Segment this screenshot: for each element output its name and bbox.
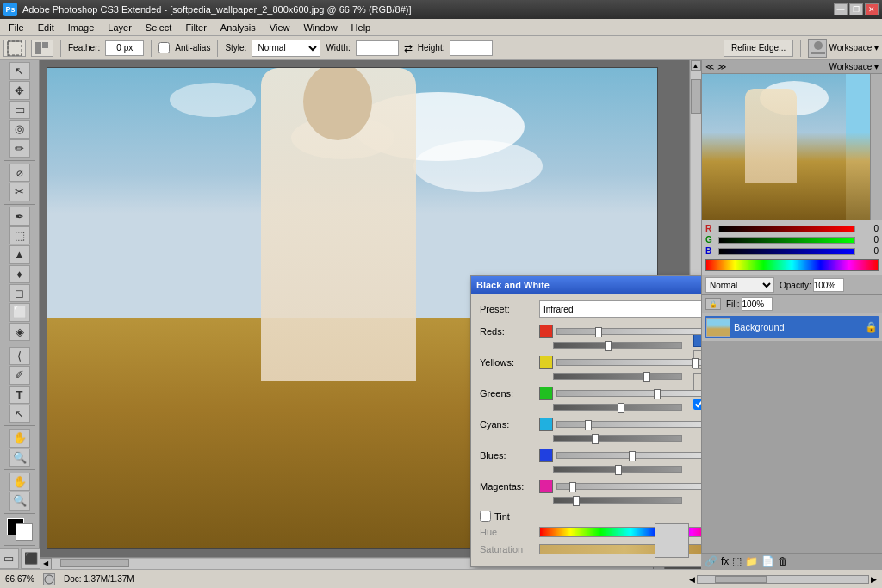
layer-lock-btns[interactable]: 🔒: [705, 298, 721, 310]
scroll-right-bottom[interactable]: ▶: [871, 575, 877, 584]
style-select[interactable]: Normal Fixed Ratio Fixed Size: [252, 40, 320, 57]
tool-notes[interactable]: ✋: [9, 429, 30, 447]
menu-analysis[interactable]: Analysis: [215, 22, 261, 34]
magentas-thumb[interactable]: [569, 482, 576, 492]
feather-input[interactable]: [105, 40, 144, 56]
tool-eyedropper[interactable]: 🔍: [9, 449, 30, 467]
menu-edit[interactable]: Edit: [33, 22, 59, 34]
reds-sub-slider[interactable]: [553, 342, 682, 349]
background-color[interactable]: [16, 523, 33, 541]
blues-sub-slider[interactable]: [553, 466, 682, 473]
blues-thumb[interactable]: [629, 451, 636, 461]
menu-layer[interactable]: Layer: [102, 22, 137, 34]
panel-collapse-btn[interactable]: ≪ ≫: [705, 62, 726, 71]
tool-brush[interactable]: ⬚: [9, 226, 30, 244]
new-layer-btn[interactable]: 📄: [761, 555, 774, 567]
anti-alias-checkbox[interactable]: [158, 42, 170, 53]
blend-mode-select[interactable]: Normal Multiply Screen: [705, 277, 774, 293]
magentas-sub-thumb[interactable]: [573, 496, 580, 506]
link-layers-btn[interactable]: 🔗: [705, 555, 717, 567]
swap-icon[interactable]: ⇄: [404, 42, 413, 54]
scroll-left-bottom[interactable]: ◀: [689, 575, 695, 584]
menu-select[interactable]: Select: [140, 22, 177, 34]
tint-color-picker[interactable]: [655, 523, 689, 558]
scroll-thumb-h[interactable]: [60, 559, 129, 567]
workspace-icon[interactable]: [808, 39, 827, 58]
menu-filter[interactable]: Filter: [180, 22, 211, 34]
tool-slice[interactable]: ✂: [9, 183, 30, 201]
add-mask-btn[interactable]: ⬚: [732, 555, 742, 567]
tint-checkbox[interactable]: [480, 511, 491, 522]
cyans-sub-thumb[interactable]: [592, 434, 599, 444]
add-style-btn[interactable]: fx: [721, 555, 729, 567]
restore-button[interactable]: ❐: [849, 3, 863, 15]
blues-sub-thumb[interactable]: [615, 465, 622, 475]
scroll-left-btn[interactable]: ◀: [40, 558, 52, 570]
cyans-thumb[interactable]: [585, 420, 592, 430]
yellows-sub-slider[interactable]: [553, 373, 682, 380]
h-scroll-thumb-bottom[interactable]: [715, 576, 767, 583]
tool-hand[interactable]: ✋: [9, 473, 30, 491]
title-bar-controls[interactable]: — ❐ ✕: [834, 3, 879, 15]
menu-help[interactable]: Help: [346, 22, 376, 34]
width-input[interactable]: [356, 40, 399, 56]
fill-input[interactable]: [742, 297, 773, 311]
tool-shape[interactable]: ↖: [9, 405, 30, 423]
mini-preview-scroll[interactable]: [870, 74, 882, 220]
tool-healing[interactable]: ✒: [9, 207, 30, 225]
tool-type[interactable]: T: [9, 386, 30, 404]
reds-thumb[interactable]: [595, 327, 602, 337]
height-input[interactable]: [450, 40, 493, 56]
tool-blur[interactable]: ◈: [9, 323, 30, 341]
workspace-label[interactable]: Workspace ▾: [829, 43, 879, 53]
tool-clone[interactable]: ▲: [9, 245, 30, 263]
preview-checkbox[interactable]: [693, 399, 701, 410]
color-swatch-area[interactable]: [7, 518, 33, 541]
tool-pen[interactable]: ✐: [9, 366, 30, 384]
tool-gradient[interactable]: ⬜: [9, 303, 30, 321]
tool-crop[interactable]: ⌀: [9, 164, 30, 182]
magentas-slider[interactable]: [556, 480, 701, 492]
greens-sub-thumb[interactable]: [618, 403, 624, 413]
tool-magic-wand[interactable]: ✏: [9, 139, 30, 158]
tool-eraser[interactable]: ◻: [9, 284, 30, 302]
menu-image[interactable]: Image: [63, 22, 100, 34]
reds-sub-thumb[interactable]: [605, 341, 612, 351]
tool-dodge[interactable]: ⟨: [9, 347, 30, 365]
refine-edge-button[interactable]: Refine Edge...: [724, 40, 793, 57]
tool-move[interactable]: ↖: [9, 62, 30, 80]
color-spectrum[interactable]: [705, 259, 879, 271]
magentas-sub-slider[interactable]: [553, 497, 682, 504]
tool-selection[interactable]: ✥: [9, 81, 30, 99]
tool-history[interactable]: ♦: [9, 265, 30, 283]
greens-slider[interactable]: [556, 387, 701, 399]
menu-view[interactable]: View: [264, 22, 295, 34]
close-button[interactable]: ✕: [865, 3, 879, 15]
cyans-sub-slider[interactable]: [553, 435, 682, 442]
minimize-button[interactable]: —: [834, 3, 848, 15]
preset-select[interactable]: Infrared Default Maximum Black Maximum W…: [539, 300, 701, 318]
cyans-slider[interactable]: [556, 418, 701, 430]
tool-marquee[interactable]: ▭: [9, 101, 30, 119]
workspace-button[interactable]: Workspace ▾: [829, 62, 879, 71]
reds-slider[interactable]: [556, 325, 701, 337]
background-layer[interactable]: Background 🔒: [705, 316, 879, 338]
lasso-opts-btn[interactable]: [31, 40, 53, 57]
menu-window[interactable]: Window: [298, 22, 342, 34]
new-group-btn[interactable]: 📁: [745, 555, 758, 567]
scroll-thumb-v[interactable]: [691, 79, 701, 114]
selection-tool-btn[interactable]: [3, 40, 26, 57]
greens-sub-slider[interactable]: [553, 404, 682, 411]
tool-lasso[interactable]: ◎: [9, 120, 30, 138]
menu-file[interactable]: File: [3, 22, 29, 34]
screen-normal[interactable]: ▭: [0, 548, 19, 569]
yellows-sub-thumb[interactable]: [643, 372, 650, 382]
delete-layer-btn[interactable]: 🗑: [778, 555, 788, 567]
greens-thumb[interactable]: [654, 389, 661, 399]
yellows-thumb[interactable]: [692, 358, 699, 368]
opacity-input[interactable]: [813, 278, 844, 292]
blues-slider[interactable]: [556, 449, 701, 461]
screen-full[interactable]: ⬛: [21, 548, 41, 569]
yellows-slider[interactable]: [556, 356, 701, 368]
scroll-up-btn[interactable]: ▲: [691, 60, 701, 71]
